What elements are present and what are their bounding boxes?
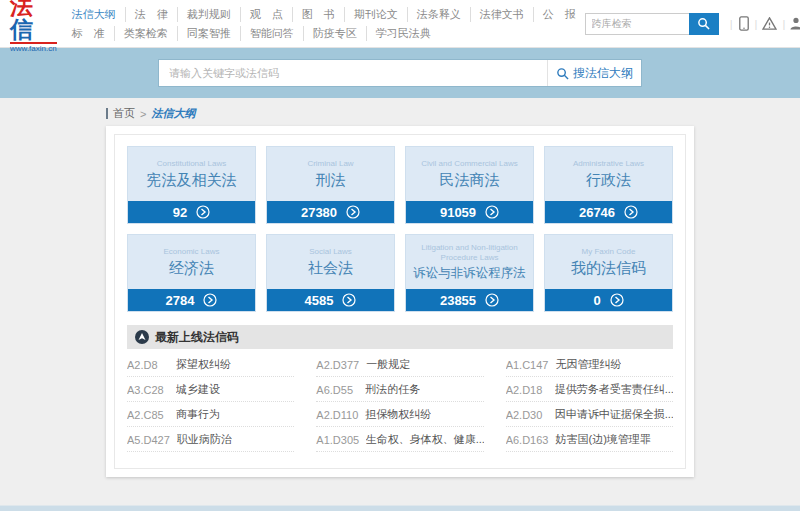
logo-url: www.faxin.cn: [10, 42, 57, 53]
category-count: 2784: [166, 293, 195, 308]
arrow-circle-icon[interactable]: [196, 205, 210, 219]
quick-search-input[interactable]: [585, 13, 689, 35]
latest-code-item[interactable]: A2.D377 一般规定: [316, 352, 483, 377]
divider: |: [725, 18, 738, 30]
nav-item[interactable]: 期刊论文: [345, 7, 408, 22]
nav-item[interactable]: 观 点: [241, 7, 293, 22]
breadcrumb-home[interactable]: 首页: [113, 106, 135, 121]
nav-item[interactable]: 类案检索: [115, 26, 178, 41]
latest-code-item[interactable]: A6.D55 刑法的任务: [316, 377, 483, 402]
nav-item[interactable]: 公 报: [534, 7, 585, 22]
arrow-circle-icon[interactable]: [624, 205, 638, 219]
code-label: 商事行为: [176, 407, 220, 422]
nav-item[interactable]: 学习民法典: [367, 26, 440, 41]
faxin-logo[interactable]: 法信 www.faxin.cn: [10, 0, 57, 53]
latest-code-item[interactable]: A2.D30 因申请诉中证据保全损...: [506, 402, 673, 427]
category-card-footer[interactable]: 26746: [545, 201, 672, 223]
category-card[interactable]: My Faxin Code 我的法信码 0: [544, 234, 673, 312]
category-card-body: Economic Laws 经济法: [128, 235, 255, 289]
nav-item[interactable]: 图 书: [293, 7, 345, 22]
category-card-body: Social Laws 社会法: [267, 235, 394, 289]
quick-search-button[interactable]: [689, 13, 719, 35]
divider: |: [777, 18, 790, 30]
category-name-zh: 社会法: [308, 259, 353, 278]
latest-section-header: 最新上线法信码: [127, 325, 673, 349]
latest-code-item[interactable]: A6.D163 妨害国(边)境管理罪: [506, 427, 673, 452]
nav-item[interactable]: 防疫专区: [304, 26, 367, 41]
category-card[interactable]: Social Laws 社会法 4585: [266, 234, 395, 312]
main-search-input[interactable]: [159, 60, 547, 86]
category-card-footer[interactable]: 4585: [267, 289, 394, 311]
category-card-footer[interactable]: 92: [128, 201, 255, 223]
category-card[interactable]: Constitutional Laws 宪法及相关法 92: [127, 146, 256, 224]
nav-item[interactable]: 同案智推: [178, 26, 241, 41]
category-card-body: Litigation and Non-litigation Procedure …: [406, 235, 533, 289]
code-number: A6.D55: [316, 384, 358, 396]
arrow-circle-icon[interactable]: [346, 205, 360, 219]
latest-code-item[interactable]: A2.D8 探望权纠纷: [127, 352, 294, 377]
category-card-footer[interactable]: 0: [545, 289, 672, 311]
category-card-body: Administrative Laws 行政法: [545, 147, 672, 201]
category-name-en: Litigation and Non-litigation Procedure …: [410, 243, 529, 263]
category-count: 26746: [579, 205, 615, 220]
nav-item[interactable]: 法信大纲: [63, 7, 126, 22]
breadcrumb-bar: [106, 108, 108, 119]
quick-search: [585, 13, 719, 35]
code-label: 担保物权纠纷: [365, 407, 431, 422]
category-name-zh: 诉讼与非诉讼程序法: [413, 265, 526, 282]
category-name-en: Economic Laws: [163, 247, 219, 257]
nav-item[interactable]: 法律文书: [471, 7, 534, 22]
search-band: 搜法信大纲: [0, 48, 800, 98]
category-card-footer[interactable]: 91059: [406, 201, 533, 223]
category-card-body: Constitutional Laws 宪法及相关法: [128, 147, 255, 201]
nav-item[interactable]: 智能问答: [241, 26, 304, 41]
latest-code-item[interactable]: A2.D18 提供劳务者受害责任纠...: [506, 377, 673, 402]
nav-item[interactable]: 法条释义: [408, 7, 471, 22]
arrow-circle-icon[interactable]: [610, 293, 624, 307]
main-search-button[interactable]: 搜法信大纲: [547, 60, 641, 86]
latest-code-item[interactable]: A1.D305 生命权、身体权、健康...: [316, 427, 483, 452]
category-count: 0: [593, 293, 600, 308]
code-number: A2.D110: [316, 409, 358, 421]
category-name-zh: 民法商法: [440, 171, 500, 190]
latest-code-item[interactable]: A2.D110 担保物权纠纷: [316, 402, 483, 427]
arrow-circle-icon[interactable]: [485, 293, 499, 307]
code-number: A6.D163: [506, 434, 549, 446]
category-name-en: My Faxin Code: [582, 247, 636, 257]
category-card[interactable]: Civil and Commercial Laws 民法商法 91059: [405, 146, 534, 224]
latest-code-item[interactable]: A2.C85 商事行为: [127, 402, 294, 427]
header-right: | | | 登录 | 注册: [585, 9, 800, 39]
main-search: 搜法信大纲: [158, 59, 642, 87]
mobile-icon[interactable]: [738, 16, 750, 31]
login-link[interactable]: 登录: [790, 9, 800, 39]
latest-code-list: A2.D8 探望权纠纷 A2.D377 一般规定 A1.C147 无因管理纠纷 …: [127, 352, 673, 452]
category-name-zh: 宪法及相关法: [147, 171, 237, 190]
code-label: 提供劳务者受害责任纠...: [555, 382, 673, 397]
code-label: 城乡建设: [176, 382, 220, 397]
code-label: 一般规定: [366, 357, 410, 372]
category-name-en: Administrative Laws: [573, 159, 644, 169]
category-card-body: My Faxin Code 我的法信码: [545, 235, 672, 289]
code-number: A5.D427: [127, 434, 170, 446]
breadcrumb: 首页 > 法信大纲: [106, 106, 800, 121]
arrow-circle-icon[interactable]: [203, 293, 217, 307]
category-card[interactable]: Economic Laws 经济法 2784: [127, 234, 256, 312]
latest-code-item[interactable]: A5.D427 职业病防治: [127, 427, 294, 452]
category-cards: Constitutional Laws 宪法及相关法 92 Criminal L…: [127, 146, 673, 312]
category-card[interactable]: Litigation and Non-litigation Procedure …: [405, 234, 534, 312]
arrow-circle-icon[interactable]: [342, 293, 356, 307]
category-card-footer[interactable]: 23855: [406, 289, 533, 311]
alert-triangle-icon[interactable]: [762, 17, 777, 30]
latest-code-item[interactable]: A3.C28 城乡建设: [127, 377, 294, 402]
nav-item[interactable]: 裁判规则: [178, 7, 241, 22]
nav-row-1: 法信大纲 法 律 裁判规则 观 点 图 书 期刊论文 法条释义 法律文书 公 报: [63, 5, 585, 24]
latest-code-item[interactable]: A1.C147 无因管理纠纷: [506, 352, 673, 377]
category-card[interactable]: Criminal Law 刑法 27380: [266, 146, 395, 224]
category-card-footer[interactable]: 27380: [267, 201, 394, 223]
nav-item[interactable]: 法 律: [126, 7, 178, 22]
category-count: 4585: [305, 293, 334, 308]
category-card[interactable]: Administrative Laws 行政法 26746: [544, 146, 673, 224]
category-card-footer[interactable]: 2784: [128, 289, 255, 311]
arrow-circle-icon[interactable]: [485, 205, 499, 219]
nav-item[interactable]: 标 准: [63, 26, 115, 41]
